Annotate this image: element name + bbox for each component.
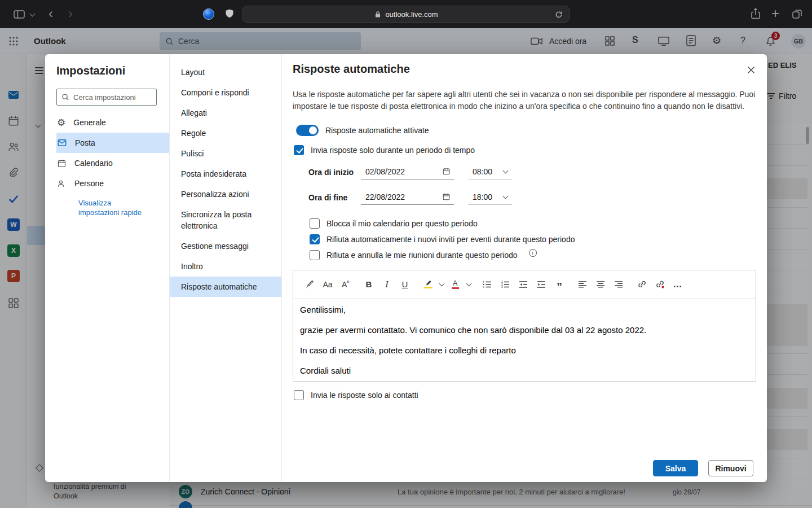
link-button[interactable] <box>633 275 650 294</box>
forward-button[interactable]: › <box>68 7 73 20</box>
block-calendar-checkbox[interactable] <box>310 218 320 229</box>
bold-button[interactable]: B <box>360 275 377 294</box>
end-date-field[interactable]: 22/08/2022 <box>361 189 454 205</box>
font-color-dropdown-chevron-icon[interactable] <box>465 275 473 294</box>
panel-description: Usa le risposte automatiche per far sape… <box>293 89 757 112</box>
start-date-field[interactable]: 02/08/2022 <box>361 164 454 179</box>
toggle-label: Risposte automatiche attivate <box>325 126 429 135</box>
option-label: Rifiuta automaticamente i nuovi inviti p… <box>326 235 575 244</box>
font-color-button[interactable]: A <box>447 275 464 294</box>
shield-icon[interactable] <box>224 8 235 19</box>
period-checkbox[interactable] <box>294 145 304 155</box>
category-message-handling[interactable]: Gestione messaggi <box>170 236 281 256</box>
calendar-icon <box>57 159 67 168</box>
category-rules[interactable]: Regole <box>170 123 281 143</box>
editor-line: grazie per avermi contattato. Vi comunic… <box>300 325 756 336</box>
padlock-icon <box>374 10 382 18</box>
editor-toolbar: Aa A˚ B I U A <box>293 270 756 299</box>
extension-icon[interactable] <box>203 8 214 20</box>
settings-search-input[interactable] <box>73 93 152 102</box>
option-label: Blocca il mio calendario per questo peri… <box>326 219 478 228</box>
bullet-list-button[interactable] <box>479 275 496 294</box>
automatic-replies-panel: Risposte automatiche Usa le risposte aut… <box>282 54 767 482</box>
nav-item-label: Posta <box>75 138 95 147</box>
option-label: Invia le risposte solo ai contatti <box>311 391 418 400</box>
category-actions[interactable]: Personalizza azioni <box>170 184 281 204</box>
outlook-app: Outlook Accedi ora S ⚙ ? <box>0 28 812 508</box>
browser-toolbar: ‹ › outlook.live.com + <box>0 0 812 28</box>
end-time-field[interactable]: 18:00 <box>468 189 512 205</box>
settings-dialog: Impostazioni ⚙ Generale <box>45 54 767 482</box>
more-options-button[interactable]: … <box>669 275 686 294</box>
format-painter-icon[interactable] <box>301 275 318 294</box>
chevron-down-icon <box>503 193 509 199</box>
start-time-field[interactable]: 08:00 <box>468 164 512 179</box>
save-button[interactable]: Salva <box>653 460 698 476</box>
decline-invites-row: Rifiuta automaticamente i nuovi inviti p… <box>310 234 575 244</box>
quote-button[interactable]: ” <box>551 275 568 294</box>
url-text: outlook.live.com <box>385 10 438 19</box>
nav-item-label: Calendario <box>74 159 113 168</box>
indent-button[interactable] <box>533 275 550 294</box>
start-time-value: 08:00 <box>473 167 492 176</box>
font-icon[interactable]: Aa <box>319 275 336 294</box>
underline-button[interactable]: U <box>396 275 413 294</box>
address-bar[interactable]: outlook.live.com <box>242 6 570 23</box>
share-icon[interactable] <box>750 7 761 20</box>
cancel-meetings-checkbox[interactable] <box>310 250 320 260</box>
search-icon <box>61 93 69 101</box>
new-tab-icon[interactable]: + <box>771 7 779 20</box>
period-checkbox-row: Invia risposte solo durante un periodo d… <box>294 145 475 155</box>
unlink-button[interactable] <box>651 275 668 294</box>
font-size-icon[interactable]: A˚ <box>337 275 354 294</box>
option-label: Rifiuta e annulla le mie riunioni durant… <box>326 251 518 260</box>
category-junk[interactable]: Posta indesiderata <box>170 164 281 184</box>
reload-icon[interactable] <box>554 10 563 19</box>
tab-overview-icon[interactable] <box>792 8 802 19</box>
cancel-meetings-row: Rifiuta e annulla le mie riunioni durant… <box>310 250 537 260</box>
info-icon[interactable]: i <box>529 249 537 257</box>
outdent-button[interactable] <box>515 275 532 294</box>
category-forwarding[interactable]: Inoltro <box>170 256 281 277</box>
settings-nav-mail[interactable]: Posta <box>56 133 169 153</box>
category-layout[interactable]: Layout <box>170 62 281 82</box>
contacts-only-checkbox[interactable] <box>294 390 304 400</box>
highlight-dropdown-chevron-icon[interactable] <box>438 275 445 294</box>
automatic-replies-toggle-row: Risposte automatiche attivate <box>296 125 429 136</box>
highlight-button[interactable] <box>420 275 436 294</box>
category-attachments[interactable]: Allegati <box>170 103 281 123</box>
numbered-list-button[interactable]: 123 <box>497 275 514 294</box>
settings-nav-calendar[interactable]: Calendario <box>56 153 169 173</box>
sidebar-toggle-icon[interactable] <box>14 10 25 19</box>
close-button[interactable] <box>744 63 758 77</box>
category-sync[interactable]: Sincronizza la posta elettronica <box>170 204 281 236</box>
end-label: Ora di fine <box>308 193 347 202</box>
sidebar-chevron-icon[interactable] <box>30 11 36 17</box>
contacts-only-row: Invia le risposte solo ai contatti <box>294 390 418 400</box>
people-icon <box>57 179 67 189</box>
settings-nav-general[interactable]: ⚙ Generale <box>56 112 169 133</box>
decline-invites-checkbox[interactable] <box>310 234 320 244</box>
back-button[interactable]: ‹ <box>48 7 53 20</box>
category-compose[interactable]: Componi e rispondi <box>170 82 281 103</box>
editor-content[interactable]: Gentilissimi, grazie per avermi contatta… <box>293 299 756 376</box>
align-left-button[interactable] <box>574 275 591 294</box>
align-center-button[interactable] <box>592 275 609 294</box>
settings-title: Impostazioni <box>56 64 169 77</box>
editor-line: Cordiali saluti <box>300 365 756 376</box>
italic-button[interactable]: I <box>378 275 395 294</box>
mail-icon <box>57 138 67 148</box>
quick-settings-link[interactable]: Visualizza impostazioni rapide <box>78 198 153 217</box>
align-right-button[interactable] <box>610 275 627 294</box>
settings-search-box[interactable] <box>56 89 157 106</box>
panel-title: Risposte automatiche <box>293 63 410 76</box>
category-automatic-replies[interactable]: Risposte automatiche <box>170 277 281 297</box>
chevron-down-icon <box>503 168 509 173</box>
remove-button[interactable]: Rimuovi <box>708 460 753 476</box>
nav-item-label: Persone <box>74 179 104 188</box>
automatic-replies-toggle[interactable] <box>296 125 319 136</box>
calendar-icon <box>442 192 451 201</box>
category-cleanup[interactable]: Pulisci <box>170 143 281 164</box>
nav-item-label: Generale <box>73 118 106 127</box>
settings-nav-people[interactable]: Persone <box>56 173 169 194</box>
